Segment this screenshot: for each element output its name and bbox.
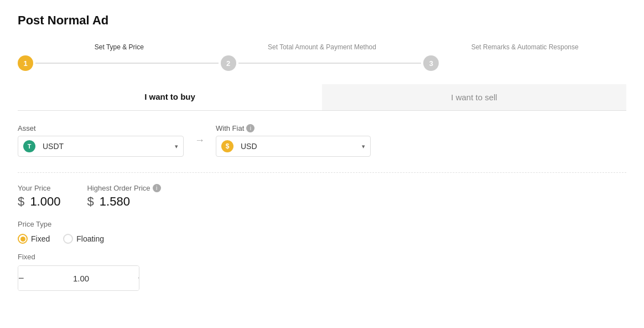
asset-select[interactable]: USDT BTC ETH <box>18 136 184 157</box>
step-3-circle: 3 <box>423 55 439 71</box>
form-section: Asset T USDT BTC ETH ▾ <box>18 124 626 291</box>
fiat-field-group: With Fiat i $ USD EUR GBP ▾ <box>216 124 371 157</box>
increment-button[interactable]: + <box>138 266 139 290</box>
asset-select-wrapper: T USDT BTC ETH ▾ <box>18 136 184 157</box>
step-1-row: 1 <box>18 55 221 71</box>
radio-floating-circle <box>63 234 73 244</box>
section-divider <box>18 172 626 173</box>
step-3-label: Set Remarks & Automatic Response <box>471 43 579 51</box>
radio-floating[interactable]: Floating <box>63 234 104 244</box>
your-price-label: Your Price <box>18 184 60 192</box>
step-1-label: Set Type & Price <box>95 43 144 51</box>
fiat-select-wrapper: $ USD EUR GBP ▾ <box>216 136 371 157</box>
highest-price-info-icon[interactable]: i <box>153 184 161 192</box>
page-title: Post Normal Ad <box>18 13 626 28</box>
step-2-label: Set Total Amount & Payment Method <box>268 43 376 51</box>
tab-bar: I want to buy I want to sell <box>18 84 626 111</box>
step-2-row: 2 <box>221 55 424 71</box>
fiat-info-icon[interactable]: i <box>246 124 255 132</box>
your-price-value: $ 1.000 <box>18 194 60 209</box>
price-type-label: Price Type <box>18 220 626 228</box>
step-2-circle: 2 <box>221 55 236 71</box>
arrow-right-icon: → <box>195 135 205 146</box>
stepper-input: − + <box>18 265 139 291</box>
price-row: Your Price $ 1.000 Highest Order Price i… <box>18 184 626 209</box>
asset-field-group: Asset T USDT BTC ETH ▾ <box>18 124 184 157</box>
stepper-item-2: Set Total Amount & Payment Method 2 <box>221 43 424 71</box>
asset-fiat-row: Asset T USDT BTC ETH ▾ <box>18 124 626 157</box>
asset-label: Asset <box>18 124 184 132</box>
tab-sell[interactable]: I want to sell <box>322 84 626 110</box>
fiat-select[interactable]: USD EUR GBP <box>216 136 371 157</box>
step-1-line <box>35 63 219 64</box>
radio-floating-label: Floating <box>76 234 104 243</box>
fixed-input-label: Fixed <box>18 253 626 261</box>
highest-price-value: $ 1.580 <box>87 194 160 209</box>
radio-fixed-circle <box>18 234 28 244</box>
radio-fixed-dot <box>20 237 25 242</box>
price-type-section: Price Type Fixed Floating <box>18 220 626 244</box>
price-type-radio-group: Fixed Floating <box>18 234 626 244</box>
step-2-line <box>238 63 422 64</box>
decrement-button[interactable]: − <box>18 266 24 290</box>
radio-fixed[interactable]: Fixed <box>18 234 50 244</box>
highest-price-label: Highest Order Price i <box>87 184 160 192</box>
tab-buy[interactable]: I want to buy <box>18 84 322 110</box>
stepper-item-1: Set Type & Price 1 <box>18 43 221 71</box>
highest-price-block: Highest Order Price i $ 1.580 <box>87 184 160 209</box>
radio-fixed-label: Fixed <box>31 234 50 243</box>
fixed-value-input[interactable] <box>24 266 138 290</box>
stepper-item-3: Set Remarks & Automatic Response 3 <box>423 43 626 71</box>
your-price-block: Your Price $ 1.000 <box>18 184 60 209</box>
step-3-row: 3 <box>423 55 626 71</box>
stepper: Set Type & Price 1 Set Total Amount & Pa… <box>18 43 626 71</box>
page-container: Post Normal Ad Set Type & Price 1 Set To… <box>0 0 644 328</box>
fixed-section: Fixed − + <box>18 253 626 291</box>
step-1-circle: 1 <box>18 55 33 71</box>
fiat-label: With Fiat i <box>216 124 371 132</box>
